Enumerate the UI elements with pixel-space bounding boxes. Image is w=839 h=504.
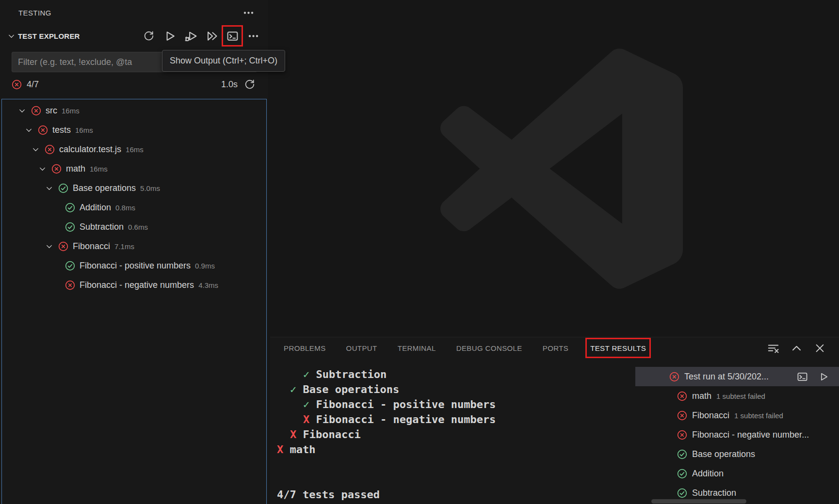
test-duration: 4.3ms	[198, 281, 218, 289]
test-tree-item[interactable]: tests16ms	[2, 120, 266, 140]
result-label: Fibonacci - negative number...	[692, 430, 809, 440]
rerun-tests-button[interactable]	[817, 370, 830, 383]
error-icon	[51, 164, 62, 174]
test-duration: 16ms	[62, 107, 80, 115]
sidebar-title: TESTING	[18, 9, 241, 17]
test-label: src	[46, 106, 57, 116]
panel-tab-bar: PROBLEMSOUTPUTTERMINALDEBUG CONSOLEPORTS…	[270, 337, 839, 359]
chevron-down-icon[interactable]	[37, 163, 48, 174]
error-icon	[45, 144, 55, 155]
test-results-view: Test run at 5/30/202... math1 subtest fa…	[635, 359, 839, 504]
error-icon	[677, 430, 687, 440]
show-output-button[interactable]	[225, 29, 240, 43]
test-label: math	[66, 164, 85, 174]
indent-spacer	[50, 221, 61, 232]
maximize-panel-button[interactable]	[790, 342, 803, 355]
run-icon	[164, 30, 176, 42]
error-icon	[38, 125, 48, 135]
chevron-down-icon[interactable]	[44, 241, 54, 252]
test-status-row: 4/7 1.0s	[12, 77, 257, 92]
test-label: tests	[52, 125, 71, 135]
test-label: Base operations	[73, 183, 136, 193]
tooltip: Show Output (Ctrl+; Ctrl+O)	[162, 50, 285, 72]
test-label: Fibonacci - positive numbers	[80, 261, 191, 271]
result-item[interactable]: math1 subtest failed	[635, 386, 839, 406]
test-tree-item[interactable]: src16ms	[2, 101, 266, 120]
chevron-down-icon[interactable]	[23, 125, 34, 135]
sidebar-more-actions-button[interactable]	[241, 5, 256, 20]
output-line: ✓ Subtraction	[277, 367, 635, 382]
tab-test-results[interactable]: TEST RESULTS	[585, 338, 651, 358]
indent-spacer	[50, 260, 61, 271]
test-run-label: Test run at 5/30/202...	[684, 372, 769, 382]
error-icon	[677, 391, 687, 401]
pass-icon	[677, 469, 687, 479]
test-tree[interactable]: src16mstests16mscalculator.test.js16msma…	[1, 99, 267, 504]
run-with-coverage-button[interactable]	[204, 29, 219, 43]
test-tree-item[interactable]: Base operations5.0ms	[2, 178, 266, 198]
refresh-icon[interactable]	[242, 77, 257, 92]
clear-test-results-button[interactable]	[767, 342, 780, 355]
debug-icon	[185, 30, 197, 42]
tab-problems[interactable]: PROBLEMS	[284, 337, 326, 359]
test-tree-item[interactable]: Fibonacci - positive numbers0.9ms	[2, 256, 266, 275]
output-line	[277, 472, 635, 487]
more-actions-button[interactable]	[246, 29, 260, 43]
run-actions	[796, 370, 830, 383]
test-count: 4/7	[27, 79, 39, 90]
test-explorer-header[interactable]: TEST EXPLORER	[0, 25, 268, 47]
coverage-icon	[206, 30, 218, 42]
error-icon	[31, 106, 41, 116]
close-panel-button[interactable]	[813, 342, 826, 355]
chevron-down-icon[interactable]	[16, 105, 27, 116]
tab-terminal[interactable]: TERMINAL	[398, 337, 436, 359]
result-item[interactable]: Fibonacci - negative number...	[635, 425, 839, 444]
test-duration: 0.9ms	[195, 262, 215, 270]
test-duration: 16ms	[126, 145, 144, 154]
pass-icon	[677, 488, 687, 498]
run-duration: 1.0s	[221, 79, 238, 90]
test-tree-item[interactable]: Fibonacci - negative numbers4.3ms	[2, 275, 266, 295]
x-mark: X	[277, 443, 283, 456]
refresh-tests-button[interactable]	[142, 29, 156, 43]
debug-tests-button[interactable]	[183, 29, 198, 43]
test-label: Addition	[80, 203, 111, 213]
test-label: Fibonacci - negative numbers	[80, 280, 194, 290]
chevron-down-icon[interactable]	[44, 183, 54, 193]
chevron-down-icon[interactable]	[30, 144, 41, 155]
output-text: Fibonacci	[303, 428, 361, 441]
result-label: Subtraction	[692, 488, 736, 498]
run-tests-button[interactable]	[162, 29, 177, 43]
test-tree-item[interactable]: Subtraction0.6ms	[2, 217, 266, 236]
ellipsis-icon	[248, 31, 259, 42]
panel-actions	[767, 342, 826, 355]
refresh-icon	[144, 31, 154, 41]
result-item[interactable]: Base operations	[635, 444, 839, 464]
results-list: math1 subtest failedFibonacci1 subtest f…	[635, 386, 839, 503]
pass-icon	[65, 222, 75, 232]
test-duration: 5.0ms	[140, 184, 160, 192]
test-tree-item[interactable]: Fibonacci7.1ms	[2, 236, 266, 256]
test-output[interactable]: ✓ Subtraction✓ Base operations✓ Fibonacc…	[270, 359, 635, 504]
error-icon	[12, 79, 22, 90]
show-run-output-button[interactable]	[796, 370, 809, 383]
chevron-down-icon[interactable]	[6, 31, 16, 41]
x-mark: X	[290, 428, 296, 441]
test-run-row[interactable]: Test run at 5/30/202...	[635, 367, 839, 386]
result-item[interactable]: Fibonacci1 subtest failed	[635, 406, 839, 425]
output-line: ✓ Base operations	[277, 382, 635, 397]
output-text: Fibonacci - positive numbers	[316, 398, 496, 410]
testing-sidebar: TESTING TEST EXPLORER 4/7 1.0s src16mste…	[0, 0, 268, 504]
test-tree-item[interactable]: math16ms	[2, 159, 266, 178]
test-tree-item[interactable]: calculator.test.js16ms	[2, 140, 266, 159]
pass-icon	[677, 449, 687, 459]
output-line: X Fibonacci - negative numbers	[277, 412, 635, 427]
test-tree-item[interactable]: Addition0.8ms	[2, 198, 266, 217]
horizontal-scrollbar[interactable]	[651, 499, 746, 504]
tab-debug-console[interactable]: DEBUG CONSOLE	[456, 337, 522, 359]
result-item[interactable]: Addition	[635, 464, 839, 483]
tab-ports[interactable]: PORTS	[543, 337, 568, 359]
output-line: X Fibonacci	[277, 427, 635, 442]
tab-output[interactable]: OUTPUT	[346, 337, 377, 359]
result-label: Base operations	[692, 449, 755, 459]
